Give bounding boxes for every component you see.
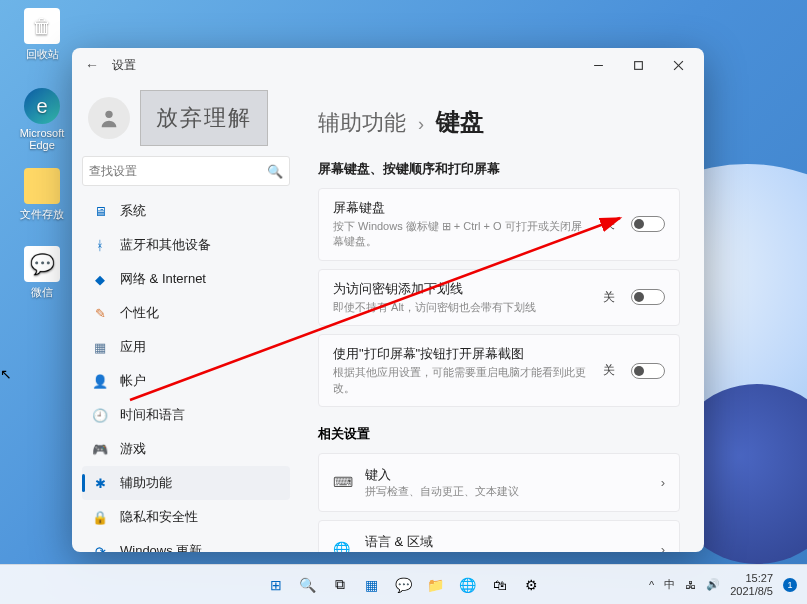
edge-icon: e	[24, 88, 60, 124]
related-title: 语言 & 区域	[365, 533, 647, 551]
nav-label: 网络 & Internet	[120, 270, 206, 288]
desktop-icon-folder[interactable]: 文件存放	[12, 168, 72, 222]
nav-label: 系统	[120, 202, 146, 220]
tray-clock[interactable]: 15:27 2021/8/5	[730, 572, 773, 597]
taskbar-edge[interactable]: 🌐	[455, 572, 481, 598]
mouse-cursor-icon: ↖	[0, 366, 12, 382]
tray-chevron-up-icon[interactable]: ^	[649, 579, 654, 591]
sidebar-item-5[interactable]: 👤帐户	[82, 364, 290, 398]
minimize-button[interactable]	[578, 51, 618, 79]
tray-network-icon[interactable]: 🖧	[685, 579, 696, 591]
sidebar-item-3[interactable]: ✎个性化	[82, 296, 290, 330]
related-icon: 🌐	[333, 541, 351, 552]
folder-icon	[24, 168, 60, 204]
setting-row-2: 使用"打印屏幕"按钮打开屏幕截图根据其他应用设置，可能需要重启电脑才能看到此更改…	[318, 334, 680, 407]
desktop-icon-recycle[interactable]: 🗑 回收站	[12, 8, 72, 62]
nav-label: 蓝牙和其他设备	[120, 236, 211, 254]
nav-icon: ᚼ	[92, 237, 108, 253]
nav-label: 时间和语言	[120, 406, 185, 424]
desktop-icon-wechat[interactable]: 💬 微信	[12, 246, 72, 300]
toggle-state: 关	[603, 216, 615, 233]
nav-icon: ✱	[92, 475, 108, 491]
toggle-switch[interactable]	[631, 289, 665, 305]
app-title: 设置	[112, 57, 136, 74]
nav-label: 隐私和安全性	[120, 508, 198, 526]
sidebar-item-4[interactable]: ▦应用	[82, 330, 290, 364]
nav-label: 应用	[120, 338, 146, 356]
nav-icon: 👤	[92, 373, 108, 389]
tray-volume-icon[interactable]: 🔊	[706, 578, 720, 591]
main-content: 辅助功能 › 键盘 屏幕键盘、按键顺序和打印屏幕 屏幕键盘按下 Windows …	[300, 82, 704, 552]
setting-desc: 按下 Windows 徽标键 ⊞ + Ctrl + O 可打开或关闭屏幕键盘。	[333, 219, 591, 250]
nav-icon: ▦	[92, 339, 108, 355]
maximize-button[interactable]	[618, 51, 658, 79]
settings-window: ← 设置 放弃理解 🔍 🖥系统ᚼ蓝牙和其他设备◆网络 & Internet✎个性…	[72, 48, 704, 552]
sidebar-item-8[interactable]: ✱辅助功能	[82, 466, 290, 500]
desktop-icon-label: 微信	[12, 285, 72, 300]
avatar	[88, 97, 130, 139]
chevron-right-icon: ›	[418, 114, 424, 135]
related-row-0[interactable]: ⌨键入拼写检查、自动更正、文本建议›	[318, 453, 680, 512]
sidebar-item-0[interactable]: 🖥系统	[82, 194, 290, 228]
sidebar-item-6[interactable]: 🕘时间和语言	[82, 398, 290, 432]
search-icon: 🔍	[267, 164, 283, 179]
breadcrumb-parent[interactable]: 辅助功能	[318, 108, 406, 138]
back-button[interactable]: ←	[82, 57, 102, 73]
nav-label: 辅助功能	[120, 474, 172, 492]
setting-desc: 即使不持有 Alt，访问密钥也会带有下划线	[333, 300, 591, 315]
sidebar: 放弃理解 🔍 🖥系统ᚼ蓝牙和其他设备◆网络 & Internet✎个性化▦应用👤…	[72, 82, 300, 552]
taskbar-search-button[interactable]: 🔍	[295, 572, 321, 598]
page-title: 键盘	[436, 106, 484, 138]
nav-icon: 🕘	[92, 407, 108, 423]
desktop-icon-label: 文件存放	[12, 207, 72, 222]
setting-title: 使用"打印屏幕"按钮打开屏幕截图	[333, 345, 591, 363]
desktop-icon-edge[interactable]: e Microsoft Edge	[12, 88, 72, 151]
svg-point-4	[105, 111, 112, 118]
task-view-button[interactable]: ⧉	[327, 572, 353, 598]
nav-icon: 🖥	[92, 203, 108, 219]
sidebar-item-1[interactable]: ᚼ蓝牙和其他设备	[82, 228, 290, 262]
chevron-right-icon: ›	[661, 542, 665, 552]
toggle-switch[interactable]	[631, 216, 665, 232]
titlebar: ← 设置	[72, 48, 704, 82]
svg-rect-1	[634, 61, 642, 69]
taskbar-store[interactable]: 🛍	[487, 572, 513, 598]
profile-block[interactable]: 放弃理解	[82, 82, 290, 154]
related-icon: ⌨	[333, 474, 351, 490]
related-desc: 拼写检查、自动更正、文本建议	[365, 484, 647, 499]
close-button[interactable]	[658, 51, 698, 79]
chat-button[interactable]: 💬	[391, 572, 417, 598]
sidebar-item-2[interactable]: ◆网络 & Internet	[82, 262, 290, 296]
setting-title: 为访问密钥添加下划线	[333, 280, 591, 298]
related-heading: 相关设置	[318, 425, 680, 443]
start-button[interactable]: ⊞	[263, 572, 289, 598]
nav-label: 帐户	[120, 372, 146, 390]
recycle-icon: 🗑	[24, 8, 60, 44]
breadcrumb: 辅助功能 › 键盘	[318, 106, 680, 138]
widgets-button[interactable]: ▦	[359, 572, 385, 598]
toggle-state: 关	[603, 362, 615, 379]
taskbar-explorer[interactable]: 📁	[423, 572, 449, 598]
toggle-state: 关	[603, 289, 615, 306]
system-tray[interactable]: ^ 中 🖧 🔊 15:27 2021/8/5 1	[649, 572, 807, 597]
section-heading: 屏幕键盘、按键顺序和打印屏幕	[318, 160, 680, 178]
setting-row-0: 屏幕键盘按下 Windows 徽标键 ⊞ + Ctrl + O 可打开或关闭屏幕…	[318, 188, 680, 261]
nav-icon: ◆	[92, 271, 108, 287]
sidebar-item-9[interactable]: 🔒隐私和安全性	[82, 500, 290, 534]
toggle-switch[interactable]	[631, 363, 665, 379]
taskbar-settings[interactable]: ⚙	[519, 572, 545, 598]
setting-desc: 根据其他应用设置，可能需要重启电脑才能看到此更改。	[333, 365, 591, 396]
nav-icon: 🎮	[92, 441, 108, 457]
nav-icon: ✎	[92, 305, 108, 321]
taskbar: ⊞ 🔍 ⧉ ▦ 💬 📁 🌐 🛍 ⚙ ^ 中 🖧 🔊 15:27 2021/8/5…	[0, 564, 807, 604]
nav-label: Windows 更新	[120, 542, 202, 552]
search-box[interactable]: 🔍	[82, 156, 290, 186]
related-row-1[interactable]: 🌐语言 & 区域显示语言、首选语言、地区›	[318, 520, 680, 552]
sidebar-item-7[interactable]: 🎮游戏	[82, 432, 290, 466]
search-input[interactable]	[89, 164, 267, 178]
sidebar-item-10[interactable]: ⟳Windows 更新	[82, 534, 290, 552]
profile-name-image: 放弃理解	[140, 90, 268, 146]
notification-badge[interactable]: 1	[783, 578, 797, 592]
nav-label: 个性化	[120, 304, 159, 322]
tray-ime[interactable]: 中	[664, 577, 675, 592]
